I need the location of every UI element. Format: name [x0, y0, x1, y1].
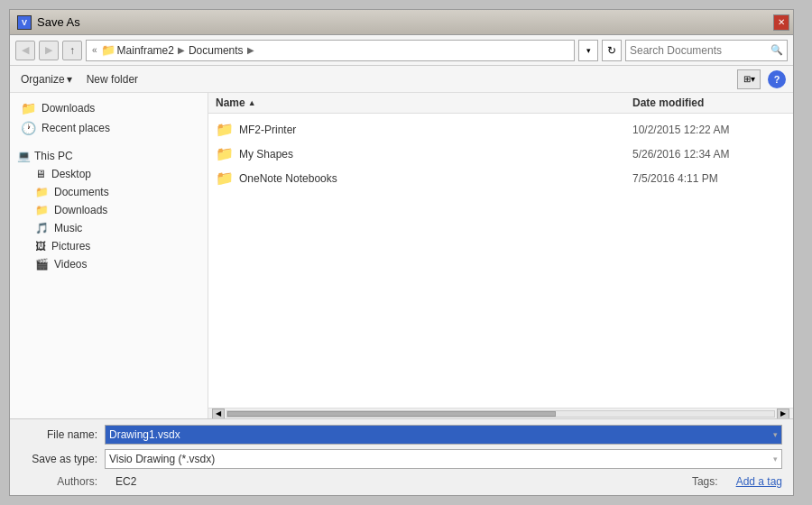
file-date: 5/26/2016 12:34 AM [632, 148, 786, 161]
videos-label: Videos [54, 258, 87, 271]
sidebar-item-music[interactable]: 🎵 Music [10, 219, 208, 237]
file-list-item[interactable]: 📁 OneNote Notebooks 7/5/2016 4:11 PM [208, 166, 793, 190]
path-segment-1: 📁 Mainframe2 [101, 43, 174, 57]
column-name[interactable]: Name ▲ [216, 96, 632, 109]
path-prefix: « [92, 45, 97, 55]
path-segment-2: Documents [189, 44, 244, 57]
filetype-select[interactable]: Visio Drawing (*.vsdx) ▾ [105, 449, 782, 469]
filetype-value: Visio Drawing (*.vsdx) [109, 453, 215, 465]
file-list-header: Name ▲ Date modified [208, 93, 793, 114]
main-content: 📁 Downloads 🕐 Recent places 💻 This PC 🖥 … [10, 93, 793, 418]
app-icon: V [17, 15, 32, 30]
filename-input[interactable]: Drawing1.vsdx ▾ [105, 425, 782, 445]
sidebar-item-downloads2[interactable]: 📁 Downloads [10, 201, 208, 219]
file-date: 7/5/2016 4:11 PM [632, 172, 786, 185]
address-path[interactable]: « 📁 Mainframe2 ▶ Documents ▶ [86, 40, 575, 61]
filename-label: File name: [21, 428, 97, 441]
horizontal-scrollbar[interactable]: ◀ ▶ [208, 408, 793, 418]
this-pc-label: This PC [34, 150, 73, 162]
sidebar-item-recent-places[interactable]: 🕐 Recent places [10, 118, 208, 138]
file-folder-icon: 📁 [216, 121, 234, 138]
music-icon: 🎵 [35, 222, 49, 234]
path-dropdown-button[interactable]: ▾ [578, 40, 598, 61]
sidebar-item-videos[interactable]: 🎬 Videos [10, 255, 208, 273]
desktop-icon: 🖥 [35, 168, 46, 180]
bottom-panel: File name: Drawing1.vsdx ▾ Save as type:… [10, 418, 793, 495]
scroll-right-button[interactable]: ▶ [777, 409, 789, 419]
path-arrow-1: ▶ [178, 45, 185, 55]
path-folder-icon-1: 📁 [101, 43, 115, 57]
pictures-icon: 🖼 [35, 240, 46, 252]
this-pc-icon: 💻 [17, 150, 31, 162]
filetype-label: Save as type: [21, 453, 97, 465]
file-folder-icon: 📁 [216, 170, 234, 187]
videos-icon: 🎬 [35, 258, 49, 271]
file-list-item[interactable]: 📁 My Shapes 5/26/2016 12:34 AM [208, 142, 793, 166]
sidebar-item-documents[interactable]: 📁 Documents [10, 183, 208, 201]
path-part-1: Mainframe2 [117, 44, 174, 57]
documents-icon: 📁 [35, 186, 49, 198]
downloads-icon: 📁 [21, 101, 36, 115]
title-bar: V Save As ✕ [10, 10, 793, 35]
toolbar: Organize ▾ New folder ⊞ ▾ ? [10, 66, 793, 93]
address-bar: ◀ ▶ ↑ « 📁 Mainframe2 ▶ Documents ▶ ▾ ↻ 🔍 [10, 35, 793, 66]
view-button[interactable]: ⊞ ▾ [737, 69, 761, 89]
downloads-label: Downloads [42, 102, 95, 115]
up-button[interactable]: ↑ [62, 41, 82, 60]
file-name: OneNote Notebooks [239, 172, 627, 185]
sidebar-item-desktop[interactable]: 🖥 Desktop [10, 165, 208, 183]
sidebar-item-pictures[interactable]: 🖼 Pictures [10, 237, 208, 255]
file-list: 📁 MF2-Printer 10/2/2015 12:22 AM 📁 My Sh… [208, 114, 793, 408]
desktop-label: Desktop [51, 168, 91, 180]
search-input[interactable] [630, 44, 767, 57]
title-bar-left: V Save As [17, 15, 80, 30]
metadata-row: Authors: EC2 Tags: Add a tag [21, 473, 782, 490]
refresh-button[interactable]: ↻ [602, 40, 622, 61]
window-title: Save As [37, 15, 80, 29]
tags-label: Tags: [692, 475, 718, 488]
scroll-thumb[interactable] [227, 411, 556, 417]
file-name: MF2-Printer [239, 124, 627, 136]
new-folder-button[interactable]: New folder [83, 71, 142, 87]
save-as-dialog: V Save As ✕ ◀ ▶ ↑ « 📁 Mainframe2 ▶ Docum… [9, 9, 794, 496]
right-panel: Name ▲ Date modified 📁 MF2-Printer 10/2/… [208, 93, 793, 418]
file-list-item[interactable]: 📁 MF2-Printer 10/2/2015 12:22 AM [208, 117, 793, 142]
file-name: My Shapes [239, 148, 627, 161]
sort-arrow: ▲ [248, 98, 256, 107]
downloads2-label: Downloads [54, 204, 107, 216]
search-box: 🔍 [625, 40, 788, 61]
forward-button[interactable]: ▶ [39, 41, 59, 60]
sidebar-section-this-pc[interactable]: 💻 This PC [10, 145, 208, 165]
scroll-left-button[interactable]: ◀ [212, 409, 225, 419]
pictures-label: Pictures [51, 240, 90, 252]
path-arrow-2: ▶ [247, 45, 254, 55]
path-part-2: Documents [189, 44, 244, 57]
search-icon[interactable]: 🔍 [770, 44, 783, 56]
authors-value: EC2 [115, 475, 136, 488]
window-controls: ✕ [773, 14, 789, 31]
authors-label: Authors: [21, 475, 97, 488]
tags-value[interactable]: Add a tag [736, 475, 782, 488]
music-label: Music [54, 222, 82, 234]
filename-row: File name: Drawing1.vsdx ▾ [21, 425, 782, 445]
filetype-row: Save as type: Visio Drawing (*.vsdx) ▾ [21, 449, 782, 469]
documents-label: Documents [54, 186, 109, 198]
filename-value: Drawing1.vsdx [109, 428, 180, 441]
scroll-track[interactable] [226, 410, 775, 418]
file-folder-icon: 📁 [216, 145, 234, 162]
back-button[interactable]: ◀ [15, 41, 35, 60]
sidebar-item-downloads[interactable]: 📁 Downloads [10, 98, 208, 118]
organize-button[interactable]: Organize ▾ [17, 71, 76, 87]
recent-places-icon: 🕐 [21, 121, 36, 135]
left-panel: 📁 Downloads 🕐 Recent places 💻 This PC 🖥 … [10, 93, 208, 418]
filename-dropdown-arrow[interactable]: ▾ [773, 430, 778, 439]
recent-places-label: Recent places [42, 122, 110, 134]
help-button[interactable]: ? [768, 70, 786, 88]
close-button[interactable]: ✕ [773, 14, 789, 31]
file-date: 10/2/2015 12:22 AM [632, 124, 786, 136]
column-date-modified[interactable]: Date modified [632, 96, 786, 109]
downloads2-icon: 📁 [35, 204, 49, 216]
filetype-dropdown-arrow[interactable]: ▾ [773, 454, 778, 464]
